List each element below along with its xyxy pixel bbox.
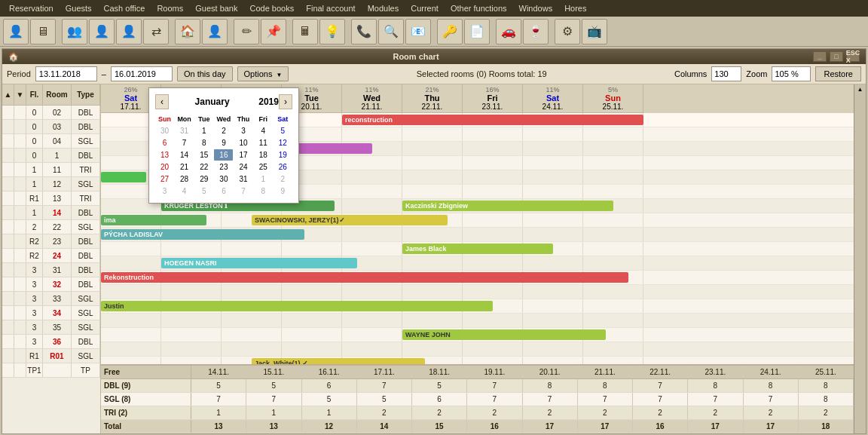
cal-day[interactable]: 7 [175, 137, 194, 149]
cal-day[interactable]: 30 [155, 125, 174, 136]
booking-swacinowski[interactable]: SWACINOWSKI, JERZY(1)✓ [252, 215, 448, 225]
toolbar-key[interactable]: 🔑 [437, 19, 463, 44]
booking-ima[interactable]: ima [101, 215, 206, 225]
menu-hores[interactable]: Hores [558, 2, 592, 14]
cal-day[interactable]: 5 [274, 125, 292, 136]
toolbar-drink[interactable]: 🍷 [523, 19, 549, 44]
toolbar-pin[interactable]: 📌 [261, 19, 286, 44]
menu-windows[interactable]: Windows [513, 2, 559, 14]
toolbar-user[interactable]: 👤 [3, 19, 29, 44]
toolbar-car[interactable]: 🚗 [496, 19, 521, 44]
menu-other-functions[interactable]: Other functions [445, 2, 513, 14]
booking-jack-white[interactable]: Jack, White(1) ✓ [252, 358, 425, 364]
toolbar-person[interactable]: 👤 [89, 19, 115, 44]
date-to-input[interactable] [111, 66, 173, 81]
cal-day[interactable]: 23 [214, 161, 233, 173]
close-button[interactable]: ESC X [846, 51, 860, 62]
cal-day[interactable]: 24 [234, 161, 252, 173]
toolbar-calculator[interactable]: 🖩 [292, 19, 318, 44]
cal-day[interactable]: 20 [155, 161, 174, 173]
cal-day[interactable]: 4 [254, 125, 273, 136]
toolbar-doc[interactable]: 📄 [464, 19, 490, 44]
sort-icon[interactable]: ▲ [2, 84, 14, 105]
maximize-button[interactable]: □ [830, 51, 843, 62]
cal-day[interactable]: 21 [175, 161, 194, 173]
menu-guest-bank[interactable]: Guest bank [189, 2, 243, 14]
toolbar-person2[interactable]: 👤 [202, 19, 228, 44]
cal-day[interactable]: 6 [155, 137, 174, 149]
menu-final-account[interactable]: Final account [300, 2, 361, 14]
booking-hoegen[interactable]: HOEGEN NASRI [161, 258, 357, 268]
zoom-input[interactable] [772, 66, 811, 81]
cal-day[interactable]: 9 [214, 137, 233, 149]
toolbar-settings[interactable]: ⚙ [555, 19, 580, 44]
scroll-bar-right[interactable]: ▲ [854, 84, 866, 433]
cal-day[interactable]: 30 [214, 173, 233, 185]
cal-day[interactable]: 12 [274, 137, 292, 149]
cal-day[interactable]: 3 [155, 185, 174, 197]
cal-day[interactable]: 8 [194, 137, 213, 149]
cal-day[interactable]: 15 [194, 149, 213, 161]
menu-cash-office[interactable]: Cash office [98, 2, 151, 14]
cal-day[interactable]: 1 [194, 125, 213, 136]
menu-guests[interactable]: Guests [60, 2, 98, 14]
booking-reconstruction[interactable]: reconstruction [342, 115, 643, 125]
toolbar-phone[interactable]: 📞 [351, 19, 377, 44]
cal-day[interactable]: 28 [175, 173, 194, 185]
on-this-day-button[interactable]: On this day [177, 66, 233, 81]
toolbar-screen[interactable]: 🖥 [30, 19, 56, 44]
booking-rekonstruction[interactable]: Rekonstruction [101, 272, 628, 283]
booking-wayne[interactable]: WAYNE JOHN [402, 329, 606, 340]
cal-day[interactable]: 25 [254, 161, 273, 173]
menu-rooms[interactable]: Rooms [151, 2, 189, 14]
cal-next-button[interactable]: › [279, 94, 292, 109]
options-button[interactable]: Options ▼ [237, 66, 289, 81]
booking-justin[interactable]: Justin [101, 301, 493, 311]
menu-code-books[interactable]: Code books [244, 2, 301, 14]
toolbar-search[interactable]: 🔍 [378, 19, 404, 44]
toolbar-house[interactable]: 🏠 [175, 19, 200, 44]
restore-button[interactable]: Restore [815, 66, 861, 81]
booking-green-small[interactable] [101, 172, 146, 182]
cal-day[interactable]: 18 [254, 149, 273, 161]
toolbar-guests[interactable]: 👥 [62, 19, 87, 44]
cal-day[interactable]: 19 [274, 149, 292, 161]
cal-day[interactable]: 7 [234, 185, 252, 197]
menu-modules[interactable]: Modules [362, 2, 405, 14]
cal-day[interactable]: 9 [274, 185, 292, 197]
cal-day[interactable]: 14 [175, 149, 194, 161]
toolbar-transfer[interactable]: ⇄ [143, 19, 169, 44]
toolbar-group[interactable]: 👤 [116, 19, 142, 44]
columns-input[interactable] [711, 66, 741, 81]
cal-day[interactable]: 3 [234, 125, 252, 136]
toolbar-edit[interactable]: ✏ [234, 19, 259, 44]
cal-day[interactable]: 4 [175, 185, 194, 197]
cal-day[interactable]: 2 [274, 173, 292, 185]
toolbar-tv[interactable]: 📺 [582, 19, 607, 44]
cal-day[interactable]: 13 [155, 149, 174, 161]
cal-day-selected[interactable]: 16 [214, 149, 233, 161]
minimize-button[interactable]: _ [813, 51, 827, 62]
cal-day[interactable]: 31 [175, 125, 194, 136]
cal-day[interactable]: 10 [234, 137, 252, 149]
menu-reservation[interactable]: Reservation [3, 2, 60, 14]
cal-prev-button[interactable]: ‹ [155, 94, 169, 109]
toolbar-email[interactable]: 📧 [405, 19, 431, 44]
booking-kaczinski[interactable]: Kaczinski Zbigniew [402, 201, 613, 211]
sort-icon2[interactable]: ▼ [14, 84, 26, 105]
cal-day[interactable]: 26 [274, 161, 292, 173]
cal-day[interactable]: 8 [254, 185, 273, 197]
cal-day[interactable]: 6 [214, 185, 233, 197]
cal-day[interactable]: 1 [254, 173, 273, 185]
date-from-input[interactable] [35, 66, 97, 81]
cal-day[interactable]: 11 [254, 137, 273, 149]
cal-day[interactable]: 17 [234, 149, 252, 161]
booking-pycha[interactable]: PÝCHA LADISLAV [101, 229, 304, 240]
cal-day[interactable]: 5 [194, 185, 213, 197]
booking-james-black[interactable]: James Black [402, 244, 553, 254]
cal-day[interactable]: 31 [234, 173, 252, 185]
scroll-up-button[interactable]: ▲ [857, 86, 863, 93]
cal-day[interactable]: 2 [214, 125, 233, 136]
menu-current[interactable]: Current [405, 2, 445, 14]
toolbar-light[interactable]: 💡 [319, 19, 345, 44]
